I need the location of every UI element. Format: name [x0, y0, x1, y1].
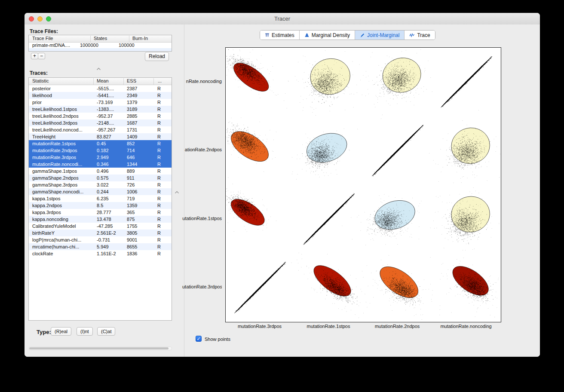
- traces-table-row[interactable]: treeLikelihood.2ndpos-952.372885R: [29, 113, 172, 119]
- traces-table[interactable]: Statistic Mean ESS ... posterior-5515...…: [28, 77, 172, 321]
- cell-statistic: kappa.3rdpos: [29, 209, 93, 216]
- show-points-checkbox[interactable]: ✓: [196, 336, 202, 342]
- cell-type: R: [153, 223, 172, 230]
- cell-mean: 8.5: [93, 202, 123, 209]
- empty-stripe: [29, 48, 172, 52]
- traces-table-row[interactable]: CalibratedYuleModel-47.2851755R: [29, 223, 172, 230]
- cell-ess: 1379: [123, 99, 153, 106]
- cell-statistic: treeLikelihood.1stpos: [29, 106, 93, 113]
- traces-table-row[interactable]: clockRate1.161E-21836R: [29, 250, 172, 257]
- traces-table-row[interactable]: gammaShape.2ndpos0.575911R: [29, 175, 172, 181]
- traces-table-row[interactable]: mutationRate.2ndpos0.182714R: [29, 147, 172, 154]
- cell-statistic: treeLikelihood.2ndpos: [29, 113, 93, 119]
- cell-statistic: CalibratedYuleModel: [29, 223, 93, 230]
- trace-files-table[interactable]: Trace File States Burn-In primate-mtDNA.…: [28, 35, 172, 52]
- cell-statistic: posterior: [29, 85, 93, 92]
- traces-table-row[interactable]: logP(mrca(human-chi...-0.7319001R: [29, 236, 172, 243]
- tracer-window: Tracer Trace Files: Trace File States Bu…: [25, 13, 540, 357]
- traces-table-row[interactable]: birthRateY2.561E-23805R: [29, 230, 172, 236]
- cell-mean: 0.496: [93, 168, 123, 175]
- tab-joint-marginal[interactable]: Joint-Marginal: [355, 31, 405, 40]
- type-cat-button[interactable]: (C)at: [97, 327, 115, 336]
- cell-mean: 6.235: [93, 195, 123, 202]
- add-trace-file-button[interactable]: +: [31, 53, 38, 59]
- traces-label: Traces:: [30, 70, 48, 76]
- trace-files-label: Trace Files:: [30, 28, 58, 34]
- cell-statistic: gammaShape.1stpos: [29, 168, 93, 175]
- traces-table-row[interactable]: posterior-5515....2387R: [29, 85, 172, 92]
- matrix-col-label: mutationRate.3rdpos: [225, 324, 294, 329]
- cell-statistic: prior: [29, 99, 93, 106]
- cell-ess: 1687: [123, 119, 153, 126]
- cell-ess: 726: [123, 181, 153, 188]
- traces-table-row[interactable]: kappa.1stpos6.235719R: [29, 195, 172, 202]
- trace-file-row[interactable]: primate-mtDNA.... 1000000 100000: [29, 43, 172, 48]
- chevron-up-icon: [96, 67, 101, 70]
- cell-mean: 83.827: [93, 133, 123, 140]
- close-button[interactable]: [29, 16, 34, 21]
- cell-type: R: [153, 181, 172, 188]
- tab-label: Estimates: [272, 32, 294, 38]
- cell-ess: 2349: [123, 92, 153, 99]
- window-content: Trace Files: Trace File States Burn-In p…: [25, 24, 540, 357]
- cell-type: R: [153, 85, 172, 92]
- traces-table-row[interactable]: treeLikelihood.3rdpos-2148....1687R: [29, 119, 172, 126]
- type-int-button[interactable]: (I)nt: [77, 327, 93, 336]
- matrix-row-label: utationRate.3rdpos: [182, 284, 222, 289]
- tab-marginal-density[interactable]: Marginal Density: [300, 31, 355, 40]
- splitter-collapse-handle[interactable]: [96, 64, 101, 72]
- tab-estimates[interactable]: Estimates: [260, 31, 300, 40]
- zoom-button[interactable]: [46, 16, 51, 21]
- col-trace-file: Trace File: [32, 36, 53, 41]
- traces-table-row[interactable]: prior-73.1691379R: [29, 99, 172, 106]
- traces-table-row[interactable]: likelihood-5441....2349R: [29, 92, 172, 99]
- type-real-button[interactable]: (R)eal: [51, 327, 71, 336]
- checkmark-icon: ✓: [196, 336, 200, 341]
- cell-statistic: gammaShape.noncodi...: [29, 188, 93, 195]
- traces-table-row[interactable]: kappa.3rdpos28.777365R: [29, 209, 172, 216]
- cell-statistic: mutationRate.1stpos: [29, 140, 93, 147]
- traces-table-row[interactable]: mutationRate.noncodi...0.3461344R: [29, 161, 172, 168]
- traces-table-row[interactable]: kappa.noncoding13.478875R: [29, 216, 172, 223]
- traces-table-row[interactable]: mutationRate.1stpos0.45852R: [29, 140, 172, 147]
- cell-ess: 3805: [123, 230, 153, 236]
- cell-type: R: [153, 216, 172, 223]
- panel-divider[interactable]: [184, 24, 184, 357]
- tab-trace[interactable]: Trace: [405, 31, 435, 40]
- traces-table-row[interactable]: kappa.2ndpos8.51359R: [29, 202, 172, 209]
- cell-ess: 1359: [123, 202, 153, 209]
- cell-mean: 13.478: [93, 216, 123, 223]
- traces-table-row[interactable]: mutationRate.3rdpos2.949646R: [29, 154, 172, 161]
- cell-statistic: mutationRate.noncodi...: [29, 161, 93, 168]
- traces-table-row[interactable]: treeLikelihood.1stpos-1383....3189R: [29, 106, 172, 113]
- remove-trace-file-button[interactable]: −: [38, 53, 45, 59]
- traces-table-row[interactable]: gammaShape.3rdpos3.022726R: [29, 181, 172, 188]
- cell-ess: 1836: [123, 250, 153, 257]
- cell-type: R: [153, 99, 172, 106]
- cell-mean: 0.346: [93, 161, 123, 168]
- cell-type: R: [153, 168, 172, 175]
- traces-table-row[interactable]: TreeHeight83.8271409R: [29, 133, 172, 140]
- joint-marginal-plot: [225, 47, 501, 322]
- marginal-density-icon: [304, 33, 310, 37]
- traces-table-row[interactable]: mrcatime(human-chi...5.9498655R: [29, 243, 172, 250]
- joint-marginal-icon: [360, 33, 365, 38]
- horizontal-scrollbar[interactable]: [28, 346, 172, 350]
- tab-label: Trace: [417, 32, 430, 38]
- cell-type: R: [153, 250, 172, 257]
- col-states: States: [94, 36, 107, 41]
- cell-type: R: [153, 230, 172, 236]
- minimize-button[interactable]: [37, 16, 43, 21]
- reload-button[interactable]: Reload: [145, 52, 169, 61]
- cell-mean: -73.169: [93, 99, 123, 106]
- scrollbar-thumb[interactable]: [29, 347, 169, 349]
- cell-statistic: gammaShape.3rdpos: [29, 181, 93, 188]
- titlebar[interactable]: Tracer: [25, 13, 540, 25]
- col-statistic: Statistic: [32, 78, 49, 83]
- cell-type: R: [153, 147, 172, 154]
- cell-statistic: logP(mrca(human-chi...: [29, 236, 93, 243]
- traces-table-row[interactable]: gammaShape.noncodi...0.2441006R: [29, 188, 172, 195]
- vertical-splitter-handle[interactable]: [175, 188, 179, 196]
- traces-table-row[interactable]: treeLikelihood.noncod...-957.2671731R: [29, 126, 172, 133]
- traces-table-row[interactable]: gammaShape.1stpos0.496889R: [29, 168, 172, 175]
